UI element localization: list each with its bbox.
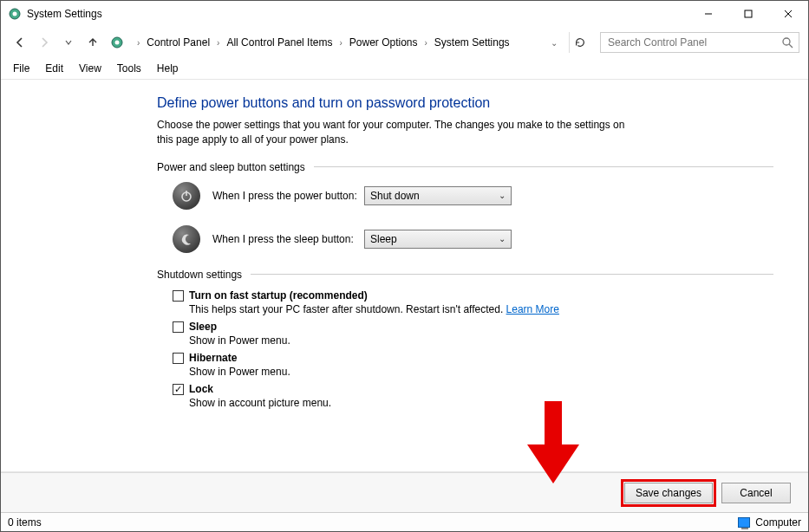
sleep-button-label: When I press the sleep button: [212,233,364,245]
app-icon [8,7,22,21]
power-button-row: When I press the power button: Shut down… [173,182,773,210]
cancel-button[interactable]: Cancel [721,483,791,503]
recent-dropdown[interactable] [58,32,79,53]
chevron-down-icon: ⌄ [499,234,506,243]
content-area: Define power buttons and turn on passwor… [1,79,808,472]
svg-point-8 [783,38,790,45]
fast-startup-desc: This helps start your PC faster after sh… [189,303,773,315]
close-button[interactable] [768,1,808,27]
power-button-value: Shut down [370,190,420,202]
save-changes-button[interactable]: Save changes [624,483,713,503]
power-button-label: When I press the power button: [212,190,364,202]
search-box[interactable] [600,32,799,53]
chevron-right-icon[interactable]: › [337,38,343,48]
navigation-bar: › Control Panel › All Control Panel Item… [1,27,808,58]
fast-startup-label: Turn on fast startup (recommended) [189,289,368,302]
hibernate-desc: Show in Power menu. [189,366,773,378]
svg-line-9 [789,44,793,48]
breadcrumb[interactable]: › Control Panel › All Control Panel Item… [133,32,562,53]
lock-desc: Show in account picture menu. [189,397,773,409]
divider [314,166,773,167]
search-icon[interactable] [781,36,793,49]
status-bar: 0 items Computer [1,512,808,531]
sleep-button-value: Sleep [370,233,397,245]
menu-edit[interactable]: Edit [38,60,70,77]
sleep-desc: Show in Power menu. [189,334,773,347]
minimize-button[interactable] [688,1,728,27]
computer-icon [738,517,750,528]
section-label: Shutdown settings [157,269,242,281]
chevron-right-icon[interactable]: › [215,38,221,48]
fast-startup-checkbox[interactable] [173,290,184,302]
location-icon [110,36,124,49]
titlebar: System Settings [1,1,808,27]
maximize-button[interactable] [728,1,768,27]
breadcrumb-item[interactable]: Control Panel [143,35,213,50]
system-settings-window: System Settings › Control Panel › All Co… [0,0,809,532]
sleep-icon [173,225,200,253]
chevron-right-icon[interactable]: › [423,38,429,48]
search-input[interactable] [606,36,781,49]
sleep-checkbox[interactable] [173,321,184,333]
refresh-button[interactable] [569,32,590,53]
svg-rect-3 [745,10,752,17]
svg-point-1 [13,12,17,16]
lock-label: Lock [189,383,213,395]
sleep-button-row: When I press the sleep button: Sleep ⌄ [173,225,773,253]
learn-more-link[interactable]: Learn More [506,303,559,315]
menu-bar: File Edit View Tools Help [1,58,808,79]
hibernate-checkbox[interactable] [173,353,184,364]
breadcrumb-item[interactable]: System Settings [431,35,513,50]
hibernate-label: Hibernate [189,352,237,364]
divider [251,274,773,275]
chevron-down-icon[interactable]: ⌄ [549,38,559,48]
back-button[interactable] [10,32,30,53]
status-computer: Computer [755,516,801,529]
chevron-right-icon[interactable]: › [135,38,141,48]
power-button-select[interactable]: Shut down ⌄ [364,186,512,205]
section-label: Power and sleep button settings [157,161,305,173]
menu-help[interactable]: Help [150,60,186,77]
section-shutdown: Shutdown settings [157,269,773,281]
section-power-sleep: Power and sleep button settings [157,161,773,173]
breadcrumb-item[interactable]: Power Options [346,35,421,50]
breadcrumb-item[interactable]: All Control Panel Items [223,35,336,50]
page-heading: Define power buttons and turn on passwor… [157,95,773,111]
status-items: 0 items [8,516,42,529]
shutdown-settings-list: Turn on fast startup (recommended) This … [173,289,773,409]
menu-view[interactable]: View [72,60,108,77]
forward-button[interactable] [34,32,55,53]
chevron-down-icon: ⌄ [499,191,506,200]
svg-point-7 [115,41,120,45]
sleep-label: Sleep [189,321,217,333]
window-title: System Settings [27,8,102,20]
menu-file[interactable]: File [6,60,36,77]
sleep-button-select[interactable]: Sleep ⌄ [364,230,512,249]
menu-tools[interactable]: Tools [110,60,148,77]
button-bar: Save changes Cancel [1,472,808,512]
up-button[interactable] [82,32,103,53]
power-icon [173,182,200,210]
lock-checkbox[interactable] [173,384,184,395]
page-description: Choose the power settings that you want … [157,118,643,147]
